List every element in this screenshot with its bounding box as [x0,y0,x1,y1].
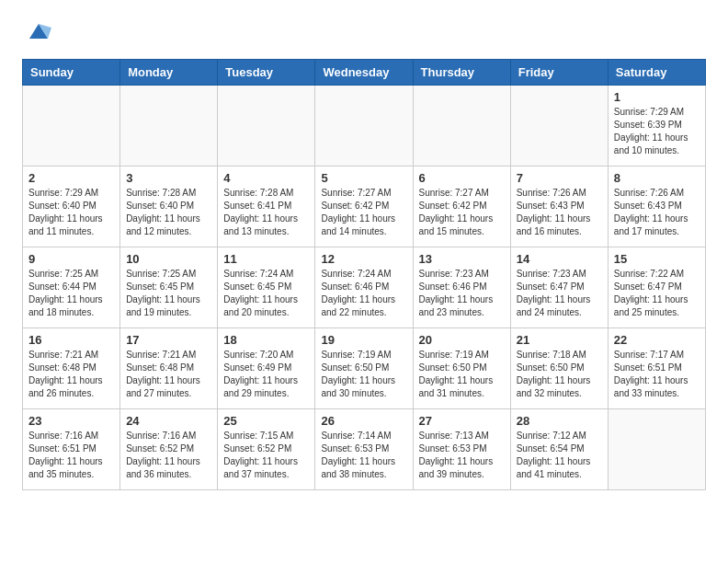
calendar-cell [608,409,705,490]
day-number: 24 [126,414,211,428]
day-info: Sunrise: 7:16 AM Sunset: 6:51 PM Dayligh… [28,430,114,481]
header-row: SundayMondayTuesdayWednesdayThursdayFrid… [23,60,706,86]
calendar-cell: 11Sunrise: 7:24 AM Sunset: 6:45 PM Dayli… [218,247,315,328]
calendar-cell: 20Sunrise: 7:19 AM Sunset: 6:50 PM Dayli… [413,328,510,409]
calendar-cell: 22Sunrise: 7:17 AM Sunset: 6:51 PM Dayli… [608,328,705,409]
day-number: 14 [517,252,602,266]
day-info: Sunrise: 7:26 AM Sunset: 6:43 PM Dayligh… [614,187,700,238]
day-number: 21 [517,333,602,347]
calendar-cell: 27Sunrise: 7:13 AM Sunset: 6:53 PM Dayli… [413,409,510,490]
calendar-cell [413,86,510,167]
day-info: Sunrise: 7:21 AM Sunset: 6:48 PM Dayligh… [126,349,211,400]
day-number: 22 [614,333,700,347]
day-number: 27 [419,414,505,428]
week-row-4: 16Sunrise: 7:21 AM Sunset: 6:48 PM Dayli… [23,328,706,409]
week-row-5: 23Sunrise: 7:16 AM Sunset: 6:51 PM Dayli… [23,409,706,490]
day-header-saturday: Saturday [608,60,705,86]
day-number: 4 [223,171,309,185]
day-info: Sunrise: 7:23 AM Sunset: 6:47 PM Dayligh… [517,268,602,319]
day-number: 13 [419,252,505,266]
calendar-cell: 6Sunrise: 7:27 AM Sunset: 6:42 PM Daylig… [413,167,510,247]
logo-icon [26,18,51,44]
day-info: Sunrise: 7:19 AM Sunset: 6:50 PM Dayligh… [321,349,406,400]
day-number: 6 [419,171,505,185]
day-info: Sunrise: 7:20 AM Sunset: 6:49 PM Dayligh… [223,349,309,400]
day-info: Sunrise: 7:24 AM Sunset: 6:46 PM Dayligh… [321,268,406,319]
day-number: 25 [223,414,309,428]
calendar-cell: 14Sunrise: 7:23 AM Sunset: 6:47 PM Dayli… [510,247,608,328]
week-row-2: 2Sunrise: 7:29 AM Sunset: 6:40 PM Daylig… [23,167,706,247]
day-number: 9 [28,252,114,266]
calendar-cell: 4Sunrise: 7:28 AM Sunset: 6:41 PM Daylig… [218,167,315,247]
calendar-cell [23,86,120,167]
calendar-cell: 17Sunrise: 7:21 AM Sunset: 6:48 PM Dayli… [120,328,218,409]
header [22,18,706,44]
day-header-tuesday: Tuesday [218,60,315,86]
calendar-cell: 5Sunrise: 7:27 AM Sunset: 6:42 PM Daylig… [315,167,413,247]
calendar-cell [510,86,608,167]
day-info: Sunrise: 7:28 AM Sunset: 6:40 PM Dayligh… [126,187,211,238]
day-number: 19 [321,333,406,347]
day-number: 18 [223,333,309,347]
calendar-cell: 28Sunrise: 7:12 AM Sunset: 6:54 PM Dayli… [510,409,608,490]
day-number: 15 [614,252,700,266]
day-number: 17 [126,333,211,347]
logo [22,18,51,44]
day-info: Sunrise: 7:19 AM Sunset: 6:50 PM Dayligh… [419,349,505,400]
day-number: 11 [223,252,309,266]
day-info: Sunrise: 7:23 AM Sunset: 6:46 PM Dayligh… [419,268,505,319]
day-number: 10 [126,252,211,266]
calendar-cell: 16Sunrise: 7:21 AM Sunset: 6:48 PM Dayli… [23,328,120,409]
day-header-sunday: Sunday [23,60,120,86]
calendar-cell: 19Sunrise: 7:19 AM Sunset: 6:50 PM Dayli… [315,328,413,409]
day-info: Sunrise: 7:14 AM Sunset: 6:53 PM Dayligh… [321,430,406,481]
calendar-cell: 13Sunrise: 7:23 AM Sunset: 6:46 PM Dayli… [413,247,510,328]
day-info: Sunrise: 7:16 AM Sunset: 6:52 PM Dayligh… [126,430,211,481]
day-number: 23 [28,414,114,428]
day-number: 28 [517,414,602,428]
calendar-cell: 21Sunrise: 7:18 AM Sunset: 6:50 PM Dayli… [510,328,608,409]
day-info: Sunrise: 7:17 AM Sunset: 6:51 PM Dayligh… [614,349,700,400]
week-row-1: 1Sunrise: 7:29 AM Sunset: 6:39 PM Daylig… [23,86,706,167]
day-number: 1 [614,90,700,104]
day-number: 12 [321,252,406,266]
day-info: Sunrise: 7:29 AM Sunset: 6:40 PM Dayligh… [28,187,114,238]
calendar-cell: 2Sunrise: 7:29 AM Sunset: 6:40 PM Daylig… [23,167,120,247]
day-number: 26 [321,414,406,428]
calendar-cell [120,86,218,167]
day-number: 8 [614,171,700,185]
day-info: Sunrise: 7:27 AM Sunset: 6:42 PM Dayligh… [321,187,406,238]
calendar-cell: 24Sunrise: 7:16 AM Sunset: 6:52 PM Dayli… [120,409,218,490]
day-info: Sunrise: 7:21 AM Sunset: 6:48 PM Dayligh… [28,349,114,400]
calendar-cell: 18Sunrise: 7:20 AM Sunset: 6:49 PM Dayli… [218,328,315,409]
day-info: Sunrise: 7:27 AM Sunset: 6:42 PM Dayligh… [419,187,505,238]
day-header-friday: Friday [510,60,608,86]
day-info: Sunrise: 7:28 AM Sunset: 6:41 PM Dayligh… [223,187,309,238]
calendar-cell: 23Sunrise: 7:16 AM Sunset: 6:51 PM Dayli… [23,409,120,490]
day-header-wednesday: Wednesday [315,60,413,86]
calendar-cell: 26Sunrise: 7:14 AM Sunset: 6:53 PM Dayli… [315,409,413,490]
calendar-table: SundayMondayTuesdayWednesdayThursdayFrid… [22,59,706,490]
calendar-cell: 3Sunrise: 7:28 AM Sunset: 6:40 PM Daylig… [120,167,218,247]
day-number: 2 [28,171,114,185]
day-number: 7 [517,171,602,185]
calendar-header: SundayMondayTuesdayWednesdayThursdayFrid… [23,60,706,86]
day-number: 3 [126,171,211,185]
calendar-cell: 1Sunrise: 7:29 AM Sunset: 6:39 PM Daylig… [608,86,705,167]
day-info: Sunrise: 7:12 AM Sunset: 6:54 PM Dayligh… [517,430,602,481]
page: SundayMondayTuesdayWednesdayThursdayFrid… [0,0,728,509]
calendar-cell: 15Sunrise: 7:22 AM Sunset: 6:47 PM Dayli… [608,247,705,328]
day-info: Sunrise: 7:24 AM Sunset: 6:45 PM Dayligh… [223,268,309,319]
day-info: Sunrise: 7:15 AM Sunset: 6:52 PM Dayligh… [223,430,309,481]
day-header-monday: Monday [120,60,218,86]
day-info: Sunrise: 7:22 AM Sunset: 6:47 PM Dayligh… [614,268,700,319]
calendar-cell [315,86,413,167]
day-info: Sunrise: 7:18 AM Sunset: 6:50 PM Dayligh… [517,349,602,400]
week-row-3: 9Sunrise: 7:25 AM Sunset: 6:44 PM Daylig… [23,247,706,328]
day-info: Sunrise: 7:13 AM Sunset: 6:53 PM Dayligh… [419,430,505,481]
day-info: Sunrise: 7:25 AM Sunset: 6:45 PM Dayligh… [126,268,211,319]
day-info: Sunrise: 7:25 AM Sunset: 6:44 PM Dayligh… [28,268,114,319]
day-info: Sunrise: 7:26 AM Sunset: 6:43 PM Dayligh… [517,187,602,238]
day-number: 20 [419,333,505,347]
calendar-cell: 9Sunrise: 7:25 AM Sunset: 6:44 PM Daylig… [23,247,120,328]
